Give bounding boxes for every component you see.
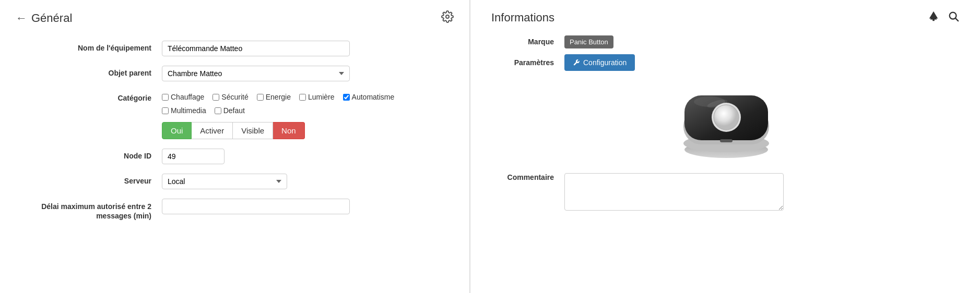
objet-parent-label: Objet parent [16,66,162,77]
nom-equipement-row: Nom de l'équipement [16,41,454,56]
commentaire-row: Commentaire [491,173,959,212]
marque-badge: Panic Button [564,35,613,48]
btn-visible[interactable]: Visible [233,122,273,139]
svg-rect-3 [932,19,935,21]
categorie-label: Catégorie [16,91,162,102]
parametres-row: Paramètres Configuration [491,54,959,71]
checkbox-multimedia-label: Multimedia [171,106,206,115]
tree-icon[interactable] [928,10,939,25]
checkbox-multimedia[interactable]: Multimedia [162,106,206,115]
serveur-select[interactable]: Local Remote [162,174,287,189]
nom-equipement-wrap [162,41,454,56]
checkbox-energie[interactable]: Energie [257,93,291,101]
parametres-label: Paramètres [491,58,564,67]
delai-row: Délai maximum autorisé entre 2 messages … [16,199,454,221]
marque-row: Marque Panic Button [491,38,959,46]
delai-label: Délai maximum autorisé entre 2 messages … [16,199,162,221]
gear-icon[interactable] [441,10,454,26]
marque-badge-wrap: Panic Button [564,38,613,46]
activation-buttons: Oui Activer Visible Non [162,122,454,139]
commentaire-label: Commentaire [491,173,564,181]
checkbox-chauffage-input[interactable] [162,94,169,101]
right-header: Informations [491,10,959,25]
node-id-input[interactable] [162,149,225,164]
categorie-row: Catégorie Chauffage Sécurité Energie [16,91,454,139]
checkbox-automatisme-label: Automatisme [352,93,395,101]
device-svg [668,82,783,160]
node-id-label: Node ID [16,149,162,160]
marque-label: Marque [491,38,564,46]
left-header: ← Général [16,10,454,26]
commentaire-wrap [564,173,784,212]
checkbox-automatisme[interactable]: Automatisme [343,93,395,101]
wrench-icon [573,59,580,66]
checkbox-energie-input[interactable] [257,94,264,101]
checkbox-lumiere[interactable]: Lumière [299,93,335,101]
serveur-label: Serveur [16,174,162,185]
node-id-wrap [162,149,454,164]
commentaire-input[interactable] [564,173,784,211]
checkbox-multimedia-input[interactable] [162,107,169,114]
svg-line-5 [955,18,958,21]
checkbox-automatisme-input[interactable] [343,94,350,101]
checkbox-securite-label: Sécurité [221,93,248,101]
nom-equipement-label: Nom de l'équipement [16,41,162,52]
svg-point-0 [446,15,449,18]
checkbox-securite-input[interactable] [212,94,219,101]
checkbox-energie-label: Energie [266,93,291,101]
serveur-wrap: Local Remote [162,174,454,189]
device-image [491,79,959,163]
categorie-wrap: Chauffage Sécurité Energie Lumière [162,91,454,139]
objet-parent-select[interactable]: Chambre Matteo Salon Cuisine [162,66,350,81]
checkbox-lumiere-input[interactable] [299,94,306,101]
search-icon[interactable] [948,10,959,25]
checkbox-securite[interactable]: Sécurité [212,93,248,101]
checkbox-chauffage-label: Chauffage [171,93,204,101]
checkbox-group-2: Multimedia Defaut [162,104,454,115]
back-arrow-icon[interactable]: ← [16,11,27,25]
checkbox-defaut-label: Defaut [223,106,245,115]
node-id-row: Node ID [16,149,454,164]
objet-parent-wrap: Chambre Matteo Salon Cuisine [162,66,454,81]
nom-equipement-input[interactable] [162,41,350,56]
page-title: Général [31,11,72,25]
checkbox-chauffage[interactable]: Chauffage [162,93,204,101]
checkbox-defaut[interactable]: Defaut [215,106,245,115]
configuration-label: Configuration [583,58,627,67]
informations-title: Informations [491,11,554,25]
checkbox-group: Chauffage Sécurité Energie Lumière [162,91,454,101]
configuration-button[interactable]: Configuration [564,54,635,71]
btn-non[interactable]: Non [273,122,305,139]
objet-parent-row: Objet parent Chambre Matteo Salon Cuisin… [16,66,454,81]
delai-wrap [162,199,454,214]
config-btn-wrap: Configuration [564,54,635,71]
btn-activer[interactable]: Activer [192,122,233,139]
delai-input[interactable] [162,199,350,214]
checkbox-lumiere-label: Lumière [308,93,335,101]
btn-oui[interactable]: Oui [162,122,192,139]
serveur-row: Serveur Local Remote [16,174,454,189]
svg-rect-14 [720,139,733,142]
right-header-icons [928,10,959,25]
checkbox-defaut-input[interactable] [215,107,221,114]
